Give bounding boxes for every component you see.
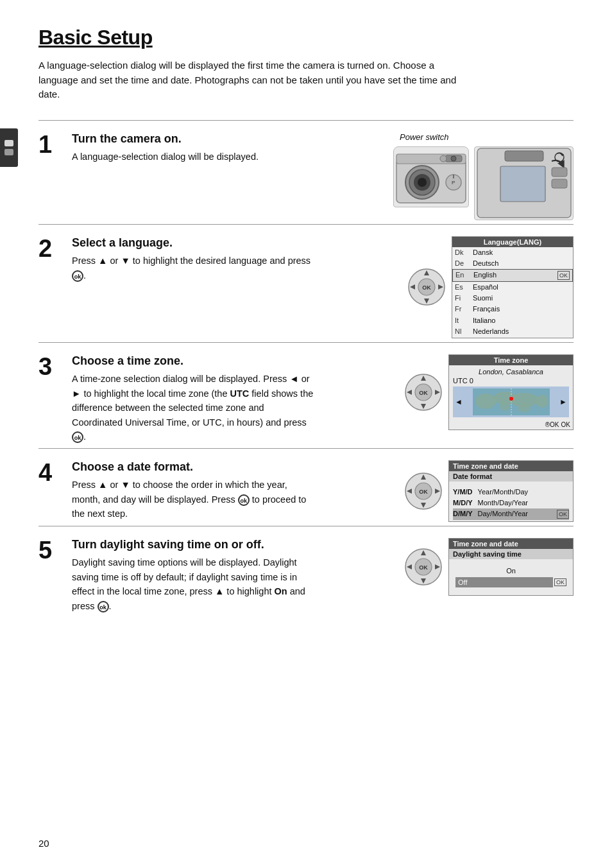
step-5-heading: Turn daylight saving time on or off. <box>72 538 381 552</box>
ok-controller-2: OK <box>407 267 446 307</box>
camera-back-image <box>474 146 574 220</box>
step-4-heading: Choose a date format. <box>72 460 381 474</box>
lang-row-en: En English OK <box>452 269 573 281</box>
timezone-body: London, Casablanca UTC 0 ◄ <box>449 365 573 420</box>
dst-option-off: Off <box>455 577 553 587</box>
step-5-visuals-row: OK Time zone and date Daylight saving ti… <box>404 538 574 596</box>
svg-text:OK: OK <box>419 564 428 571</box>
timezone-title: Time zone <box>449 355 573 365</box>
step-4-visuals-row: OK Time zone and date Date format Y/M/D … <box>404 460 574 522</box>
step-3-heading: Choose a time zone. <box>72 354 381 369</box>
dst-ok-row: Off OK <box>453 576 569 589</box>
ok-controller-4: OK <box>404 471 443 511</box>
ok-controller-5-svg: OK <box>404 547 443 587</box>
df-row-mdy: M/D/Y Month/Day/Year <box>453 498 569 508</box>
page-title: Basic Setup <box>38 26 574 49</box>
step-3-number: 3 <box>38 354 72 379</box>
step-2-content: Select a language. Press ▲ or ▼ to highl… <box>72 236 387 283</box>
svg-point-9 <box>451 156 456 161</box>
dst-body: On Off OK <box>449 559 573 595</box>
language-menu: Language(LANG) Dk Dansk De Deutsch En En… <box>452 236 574 338</box>
svg-point-43 <box>509 397 513 401</box>
step-2-body: Press ▲ or ▼ to highlight the desired la… <box>72 254 316 282</box>
power-switch-label: Power switch <box>400 132 449 142</box>
timezone-ok-row: ®OK OK <box>449 420 573 430</box>
svg-point-41 <box>536 395 548 408</box>
sidebar-tab <box>0 128 18 167</box>
step-5-visuals: OK Time zone and date Daylight saving ti… <box>387 538 574 596</box>
step-4-section: 4 Choose a date format. Press ▲ or ▼ to … <box>38 448 574 526</box>
step-4-visuals: OK Time zone and date Date format Y/M/D … <box>387 460 574 522</box>
lang-row-it: It Italiano <box>452 315 573 326</box>
page-number: 20 <box>38 838 49 849</box>
lang-row-fi: Fi Suomi <box>452 293 573 304</box>
step-1-visuals-inner: Power switch <box>393 132 574 220</box>
step-2-number: 2 <box>38 236 72 261</box>
dateformat-title: Time zone and date <box>449 461 573 471</box>
tz-left-arrow: ◄ <box>455 397 463 406</box>
tz-ok-label: ®OK <box>545 421 559 428</box>
step-5-content: Turn daylight saving time on or off. Day… <box>72 538 387 613</box>
step-5-section: 5 Turn daylight saving time on or off. D… <box>38 526 574 617</box>
step-2-heading: Select a language. <box>72 236 381 250</box>
svg-text:OK: OK <box>419 489 428 495</box>
step-5-number: 5 <box>38 538 72 562</box>
step-1-content: Turn the camera on. A language-selection… <box>72 132 387 164</box>
step-2-section: 2 Select a language. Press ▲ or ▼ to hig… <box>38 224 574 342</box>
dst-menu: Time zone and date Daylight saving time … <box>448 538 574 596</box>
svg-text:OK: OK <box>422 284 431 291</box>
ok-controller-4-svg: OK <box>404 471 443 511</box>
step-3-content: Choose a time zone. A time-zone selectio… <box>72 354 387 444</box>
svg-point-10 <box>440 155 446 162</box>
svg-rect-15 <box>505 151 543 161</box>
step-1-heading: Turn the camera on. <box>72 132 381 146</box>
tz-ok-label2: OK <box>561 421 570 428</box>
tz-right-arrow: ► <box>559 397 567 406</box>
lang-row-de: De Deutsch <box>452 258 573 269</box>
svg-rect-0 <box>4 140 13 146</box>
intro-text: A language-selection dialog will be disp… <box>38 58 475 102</box>
svg-rect-18 <box>552 179 567 188</box>
step-2-visuals: OK Language(LANG) Dk Dansk De Deutsch En… <box>387 236 574 338</box>
lang-row-es: Es Español <box>452 282 573 293</box>
step-3-visuals-row: OK Time zone London, Casablanca UTC 0 ◄ <box>404 354 574 430</box>
svg-text:P: P <box>452 180 455 186</box>
svg-rect-1 <box>4 149 13 155</box>
camera-top-svg: P <box>395 148 467 205</box>
camera-back-svg <box>476 147 572 219</box>
df-row-ymd: Y/M/D Year/Month/Day <box>453 487 569 498</box>
dateformat-subtitle: Date format <box>449 471 573 482</box>
lang-row-fr: Fr Français <box>452 304 573 315</box>
df-row-dmy: D/M/Y Day/Month/Year OK <box>453 508 569 519</box>
dst-option-on: On <box>453 566 569 576</box>
lang-row-dk: Dk Dansk <box>452 247 573 258</box>
timezone-map-svg <box>473 388 550 415</box>
camera-top-image: P <box>393 146 469 207</box>
dst-subtitle: Daylight saving time <box>449 549 573 559</box>
lang-row-nl: Nl Nederlands <box>452 326 573 337</box>
step-2-visuals-row: OK Language(LANG) Dk Dansk De Deutsch En… <box>407 236 574 338</box>
step-3-visuals: OK Time zone London, Casablanca UTC 0 ◄ <box>387 354 574 430</box>
step-4-body: Press ▲ or ▼ to choose the order in whic… <box>72 478 316 521</box>
timezone-menu: Time zone London, Casablanca UTC 0 ◄ <box>448 354 574 430</box>
step-5-body: Daylight saving time options will be dis… <box>72 555 316 613</box>
timezone-location: London, Casablanca <box>453 368 569 376</box>
dateformat-menu: Time zone and date Date format Y/M/D Yea… <box>448 460 574 522</box>
step-1-section: 1 Turn the camera on. A language-selecti… <box>38 120 574 224</box>
step-3-section: 3 Choose a time zone. A time-zone select… <box>38 342 574 448</box>
svg-point-38 <box>500 402 510 411</box>
step-1-body: A language-selection dialog will be disp… <box>72 150 316 164</box>
step-3-body: A time-zone selection dialog will be dis… <box>72 372 316 444</box>
dst-title: Time zone and date <box>449 539 573 549</box>
timezone-utc: UTC 0 <box>453 377 569 385</box>
svg-point-36 <box>475 394 496 409</box>
svg-point-7 <box>418 178 427 187</box>
language-menu-title: Language(LANG) <box>452 237 573 247</box>
tab-icon <box>3 137 15 158</box>
ok-controller-3: OK <box>404 372 443 412</box>
dateformat-body: Y/M/D Year/Month/Day M/D/Y Month/Day/Yea… <box>449 482 573 521</box>
svg-point-40 <box>518 403 531 412</box>
ok-controller-3-svg: OK <box>404 372 443 412</box>
step-1-number: 1 <box>38 132 72 157</box>
step-4-content: Choose a date format. Press ▲ or ▼ to ch… <box>72 460 387 521</box>
